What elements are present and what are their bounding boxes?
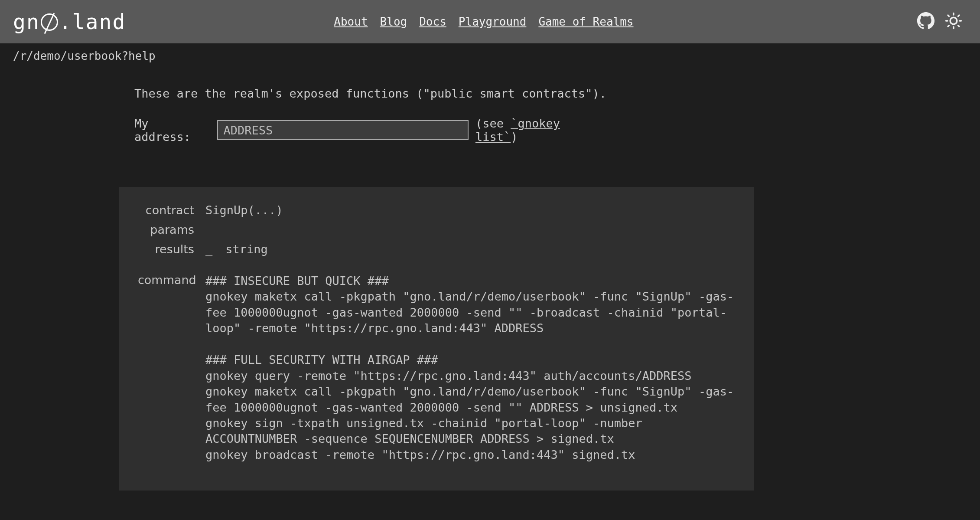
svg-line-8 [958,15,959,16]
svg-line-4 [958,26,959,26]
nav-blog[interactable]: Blog [380,15,407,28]
results-value: _ string [205,242,735,256]
header-bar: gn .land About Blog Docs Playground Game… [0,0,980,43]
github-icon[interactable] [917,12,935,32]
params-label: params [138,223,194,236]
address-label: My address: [134,117,210,144]
brand-logo[interactable]: gn .land [13,10,126,34]
function-card: contract SignUp(...) params results _ st… [119,187,754,491]
nav-playground[interactable]: Playground [459,15,527,28]
nav-about[interactable]: About [334,15,368,28]
svg-line-3 [948,15,949,16]
main-nav: About Blog Docs Playground Game of Realm… [334,15,633,28]
svg-point-0 [950,17,957,24]
address-row: My address: (see `gnokey list`) [134,117,607,144]
results-label: results [138,242,194,256]
brand-text-right: .land [59,10,126,34]
contract-label: contract [138,203,194,217]
see-open: (see [475,117,511,130]
breadcrumb: /r/demo/userbook?help [0,49,980,62]
command-block: ### INSECURE BUT QUICK ### gnokey maketx… [205,273,735,463]
nav-docs[interactable]: Docs [419,15,446,28]
main-content: These are the realm's exposed functions … [134,87,607,491]
svg-line-7 [948,26,949,26]
see-close: ) [511,130,518,144]
command-label: command [138,273,194,287]
results-type: string [225,242,268,256]
address-input[interactable] [217,120,468,140]
contract-value: SignUp(...) [205,203,735,217]
nav-game-of-realms[interactable]: Game of Realms [538,15,633,28]
results-name: _ [205,242,212,256]
logo-slash-circle-icon [41,13,58,31]
brand-text-left: gn [13,10,40,34]
header-actions [917,12,963,32]
intro-text: These are the realm's exposed functions … [134,87,607,100]
theme-toggle-sun-icon[interactable] [944,12,963,32]
address-hint: (see `gnokey list`) [475,117,607,144]
